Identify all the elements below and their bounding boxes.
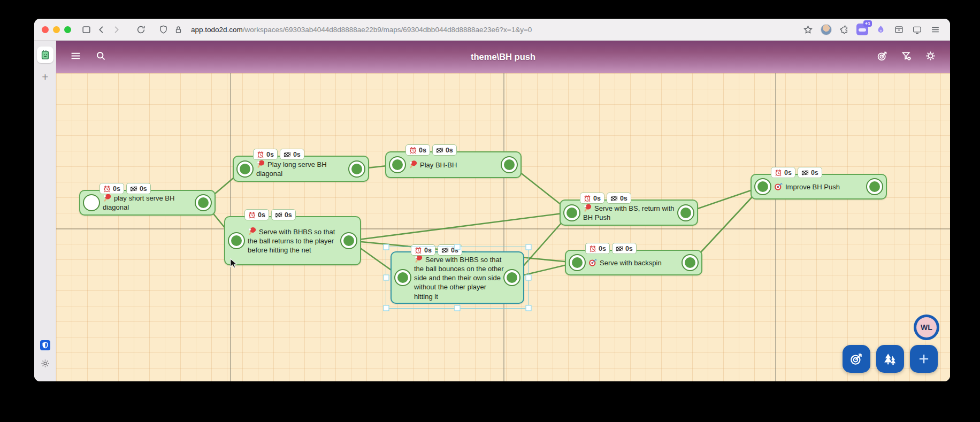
resize-handle[interactable] [384, 244, 389, 250]
workspace-logo[interactable] [37, 47, 53, 63]
output-port[interactable] [348, 160, 365, 178]
menu-icon[interactable] [928, 22, 943, 37]
resize-handle[interactable] [526, 244, 532, 250]
badge-alarm-clock[interactable]: 0s [405, 144, 430, 156]
back-button[interactable] [94, 22, 109, 37]
badge-alarm-clock[interactable]: 0s [585, 243, 610, 254]
settings-gear-icon[interactable] [40, 358, 50, 369]
badge-row: 0s0s [580, 193, 631, 204]
forward-button[interactable] [109, 22, 124, 37]
badge-row: 0s0s [405, 144, 457, 156]
add-workspace-button[interactable]: + [34, 71, 56, 83]
badge-row: 0s0s [244, 209, 296, 220]
task-node-serve-bhbs-bounce[interactable]: Serve with BHBS so that the ball bounces… [391, 251, 524, 304]
forest-fab-button[interactable] [876, 345, 904, 373]
output-port[interactable] [682, 254, 699, 271]
output-port[interactable] [195, 194, 212, 211]
badge-checkered-flag[interactable]: 0s [432, 144, 457, 156]
checkered-flag-icon [616, 245, 623, 252]
goals-fab-button[interactable] [843, 345, 870, 373]
task-node-short-serve[interactable]: play short serve BH diagonal0s0s [79, 190, 216, 216]
badge-row: 0s0s [99, 183, 151, 194]
badge-alarm-clock[interactable]: 0s [99, 183, 124, 194]
badge-value: 0s [293, 151, 301, 158]
badge-checkered-flag[interactable]: 0s [607, 193, 631, 204]
input-port[interactable] [83, 194, 100, 211]
add-task-fab-button[interactable] [910, 345, 938, 373]
resize-handle[interactable] [455, 244, 461, 250]
search-icon[interactable] [95, 50, 106, 64]
edge-line[interactable] [350, 212, 571, 241]
sidebar-toggle-icon[interactable] [79, 22, 94, 37]
mouse-cursor [229, 258, 239, 270]
alarm-clock-icon [775, 169, 782, 177]
input-port[interactable] [228, 232, 245, 249]
badge-value: 0s [266, 151, 274, 158]
downloads-tray-icon[interactable] [891, 22, 906, 37]
badge-checkered-flag[interactable]: 0s [280, 149, 304, 160]
input-port[interactable] [563, 204, 580, 221]
output-port[interactable] [503, 269, 520, 286]
task-node-serve-bhbs-net[interactable]: Serve with BHBS so that the ball returns… [224, 216, 361, 265]
badge-alarm-clock[interactable]: 0s [253, 149, 278, 160]
address-bar[interactable]: app.todo2d.com/workspaces/69303ab4044d8d… [191, 26, 800, 34]
shield-icon[interactable] [156, 22, 171, 37]
dart-icon [774, 182, 783, 191]
input-port[interactable] [389, 156, 406, 173]
checkered-flag-icon [441, 247, 449, 254]
resize-handle[interactable] [384, 275, 389, 281]
task-node-improve-bh-push[interactable]: Improve BH Push0s0s [751, 174, 887, 200]
resize-handle[interactable] [526, 305, 532, 311]
output-port[interactable] [866, 178, 883, 195]
screen-share-icon[interactable] [909, 22, 924, 37]
badge-alarm-clock[interactable]: 0s [411, 244, 435, 256]
badge-row: 0s0s [771, 167, 822, 178]
flame-extension-icon[interactable] [873, 22, 888, 37]
badge-alarm-clock[interactable]: 0s [580, 193, 604, 204]
input-port[interactable] [754, 178, 771, 195]
input-port[interactable] [236, 160, 254, 178]
url-host: app.todo2d.com [191, 26, 243, 34]
input-port[interactable] [394, 269, 411, 286]
badge-alarm-clock[interactable]: 0s [244, 209, 269, 220]
task-node-serve-bs-return[interactable]: Serve with BS, return with BH Push0s0s [560, 200, 698, 226]
gear-icon[interactable] [925, 50, 936, 64]
task-node-play-bh-bh[interactable]: Play BH-BH0s0s [385, 151, 522, 178]
profile-avatar[interactable] [818, 22, 833, 37]
close-window-button[interactable] [42, 26, 49, 33]
user-avatar[interactable]: WL [914, 314, 939, 340]
input-port[interactable] [569, 254, 586, 271]
zoom-window-button[interactable] [64, 26, 71, 33]
extension-puzzle-icon[interactable] [837, 22, 852, 37]
output-port[interactable] [340, 232, 357, 249]
output-port[interactable] [501, 156, 518, 173]
resize-handle[interactable] [455, 305, 461, 311]
browser-window: app.todo2d.com/workspaces/69303ab4044d8d… [34, 19, 950, 381]
bookmark-star-icon[interactable] [800, 22, 815, 37]
resize-handle[interactable] [384, 305, 389, 311]
purple-extension-icon[interactable]: +1 [855, 22, 870, 37]
resize-handle[interactable] [526, 275, 532, 281]
alarm-clock-icon [589, 245, 596, 252]
app-sidebar: + [34, 41, 56, 381]
badge-alarm-clock[interactable]: 0s [771, 167, 795, 178]
checkered-flag-icon [801, 169, 809, 177]
task-label: Serve with BHBS so that the ball bounces… [414, 255, 505, 301]
reload-button[interactable] [133, 22, 148, 37]
task-node-long-serve[interactable]: Play long serve BH diagonal0s0s [233, 156, 369, 182]
minimize-window-button[interactable] [53, 26, 60, 33]
badge-checkered-flag[interactable]: 0s [612, 243, 637, 254]
output-port[interactable] [677, 204, 694, 221]
badge-checkered-flag[interactable]: 0s [798, 167, 822, 178]
task-node-serve-backspin[interactable]: Serve with backspin0s0s [565, 250, 702, 275]
badge-checkered-flag[interactable]: 0s [271, 209, 296, 220]
goal-target-icon[interactable] [877, 50, 888, 64]
badge-value: 0s [258, 211, 265, 219]
menu-hamburger-icon[interactable] [70, 50, 81, 64]
map-canvas[interactable]: WL play short serve BH diagonal0s0sPlay … [56, 73, 950, 381]
badge-checkered-flag[interactable]: 0s [126, 183, 151, 194]
password-manager-shield-icon[interactable] [40, 340, 50, 350]
filter-settings-icon[interactable] [901, 50, 912, 64]
badge-value: 0s [113, 185, 120, 193]
paddle-icon [409, 160, 418, 169]
